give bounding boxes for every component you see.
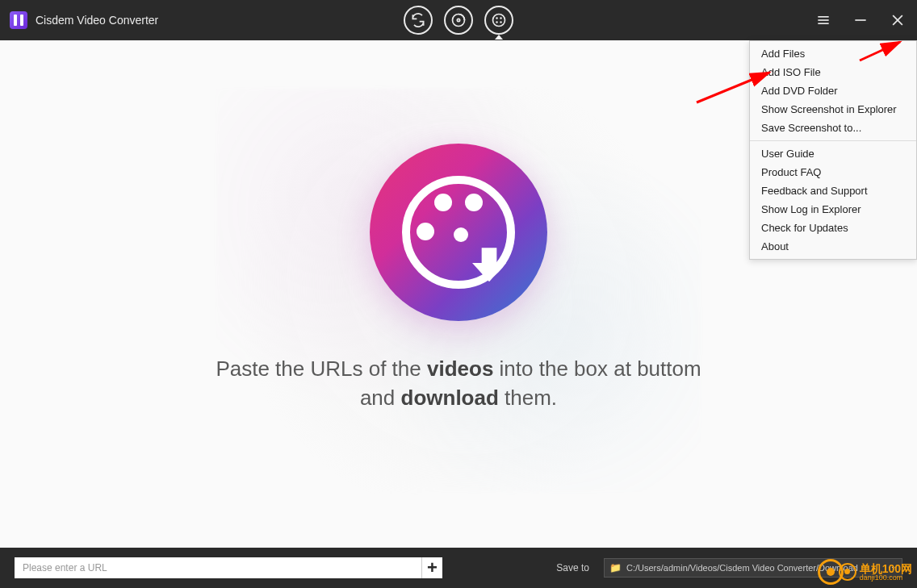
hamburger-menu-button[interactable] — [814, 10, 833, 30]
svg-point-6 — [500, 21, 502, 23]
minimize-icon — [852, 12, 869, 28]
folder-icon: 📁 — [609, 562, 622, 573]
convert-tab[interactable] — [404, 6, 433, 35]
menu-about[interactable]: About — [750, 237, 916, 256]
watermark-text-url: danji100.com — [860, 574, 912, 582]
convert-icon — [410, 12, 426, 28]
watermark-logo-icon-small — [839, 563, 856, 581]
menu-feedback-support[interactable]: Feedback and Support — [750, 181, 916, 200]
menu-check-updates[interactable]: Check for Updates — [750, 219, 916, 237]
svg-point-4 — [500, 17, 502, 19]
menu-add-iso-file[interactable]: Add ISO File — [750, 63, 916, 81]
url-input-group: + — [15, 557, 442, 578]
url-input[interactable] — [15, 557, 421, 578]
download-arrow-icon — [467, 240, 512, 286]
menu-show-log-explorer[interactable]: Show Log in Explorer — [750, 200, 916, 219]
menu-add-files[interactable]: Add Files — [750, 44, 916, 63]
watermark: 单机100网 danji100.com — [818, 559, 912, 585]
bottom-bar: + Save to 📁 C:/Users/admin/Videos/Cisdem… — [0, 548, 917, 588]
download-hero-icon — [370, 144, 547, 321]
minimize-button[interactable] — [851, 10, 870, 30]
app-logo-icon — [10, 11, 27, 29]
watermark-text-cn: 单机100网 — [860, 563, 912, 574]
svg-point-5 — [496, 21, 498, 23]
window-controls — [814, 10, 907, 30]
svg-point-2 — [493, 15, 505, 27]
close-icon — [890, 12, 906, 28]
title-bar: Cisdem Video Converter — [0, 0, 917, 40]
svg-point-3 — [496, 17, 498, 19]
menu-save-screenshot-to[interactable]: Save Screenshot to... — [750, 119, 916, 137]
save-to-label: Save to — [556, 562, 589, 573]
rip-tab[interactable] — [444, 6, 473, 35]
mode-tabs — [404, 6, 513, 35]
disc-icon — [450, 12, 467, 28]
svg-point-1 — [457, 19, 459, 21]
hamburger-dropdown-menu: Add Files Add ISO File Add DVD Folder Sh… — [749, 40, 917, 260]
menu-separator — [750, 140, 916, 141]
menu-show-screenshot-explorer[interactable]: Show Screenshot in Explorer — [750, 100, 916, 119]
menu-add-dvd-folder[interactable]: Add DVD Folder — [750, 81, 916, 100]
instruction-text: Paste the URLs of the videos into the bo… — [216, 355, 701, 411]
hamburger-icon — [815, 12, 831, 28]
close-button[interactable] — [888, 10, 907, 30]
download-tab[interactable] — [484, 6, 513, 35]
add-url-button[interactable]: + — [421, 557, 442, 578]
menu-user-guide[interactable]: User Guide — [750, 144, 916, 163]
app-title: Cisdem Video Converter — [36, 14, 158, 27]
film-download-icon — [491, 12, 507, 28]
menu-product-faq[interactable]: Product FAQ — [750, 163, 916, 181]
